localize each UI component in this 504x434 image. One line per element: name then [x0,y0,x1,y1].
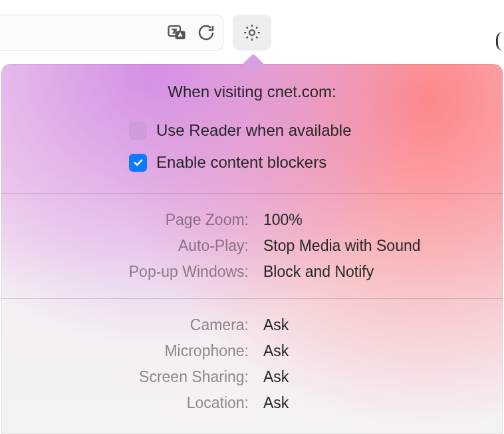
screen-sharing-value: Ask [263,368,503,386]
camera-row[interactable]: Camera: Ask [1,312,503,338]
page-zoom-row[interactable]: Page Zoom: 100% [1,207,503,233]
microphone-label: Microphone: [1,342,249,360]
microphone-value: Ask [263,342,503,360]
popups-label: Pop-up Windows: [1,263,249,281]
translate-icon[interactable] [167,23,187,43]
svg-point-2 [249,30,255,35]
screen-sharing-label: Screen Sharing: [1,368,249,386]
reader-toggle-row[interactable]: Use Reader when available [1,114,503,146]
page-zoom-value: 100% [263,211,503,229]
screen-sharing-row[interactable]: Screen Sharing: Ask [1,364,503,390]
camera-label: Camera: [1,316,249,334]
popover-title: When visiting cnet.com: [1,83,503,101]
page-settings-popover: When visiting cnet.com: Use Reader when … [1,64,503,434]
content-blockers-toggle-label: Enable content blockers [156,153,326,172]
reader-toggle-label: Use Reader when available [156,121,352,140]
checkbox-unchecked-icon [129,122,147,140]
toolbar [0,0,504,60]
content-blockers-toggle-row[interactable]: Enable content blockers [1,146,503,178]
microphone-row[interactable]: Microphone: Ask [1,338,503,364]
location-row[interactable]: Location: Ask [1,390,503,416]
camera-value: Ask [263,316,503,334]
section-display-settings: Page Zoom: 100% Auto-Play: Stop Media wi… [1,194,503,299]
auto-play-label: Auto-Play: [1,237,249,255]
gear-icon [242,23,262,43]
location-label: Location: [1,394,249,412]
auto-play-value: Stop Media with Sound [263,237,503,255]
checkbox-checked-icon [129,154,147,172]
overflow-indicator [496,32,503,51]
popups-value: Block and Notify [263,263,503,281]
section-site-options: When visiting cnet.com: Use Reader when … [1,64,503,194]
page-settings-button[interactable] [233,15,271,51]
address-field[interactable] [0,15,223,51]
page-zoom-label: Page Zoom: [1,211,249,229]
location-value: Ask [263,394,503,412]
auto-play-row[interactable]: Auto-Play: Stop Media with Sound [1,233,503,259]
popups-row[interactable]: Pop-up Windows: Block and Notify [1,259,503,285]
reload-icon[interactable] [196,23,216,43]
section-permissions: Camera: Ask Microphone: Ask Screen Shari… [1,299,503,429]
